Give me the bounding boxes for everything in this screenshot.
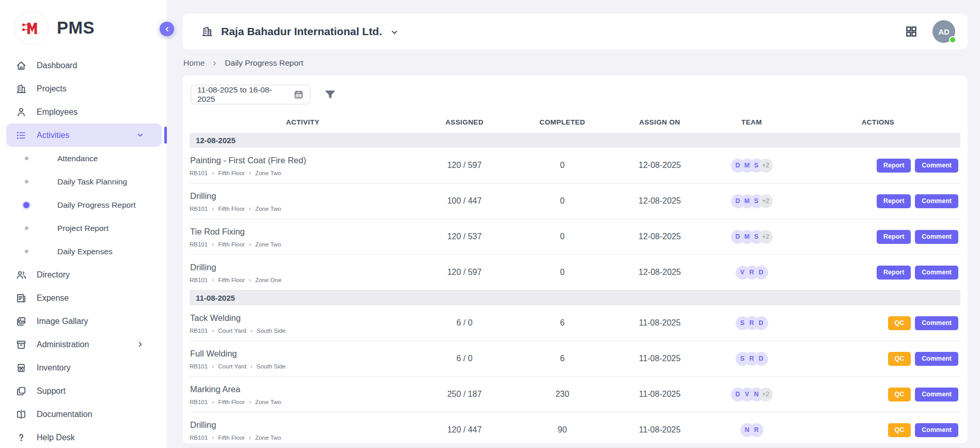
activity-cell: Marking AreaRB101›Fifth Floor›Zone Two bbox=[190, 383, 416, 405]
path-segment: RB101 bbox=[190, 277, 208, 283]
comment-button[interactable]: Comment bbox=[915, 194, 958, 208]
apps-grid-icon[interactable] bbox=[905, 25, 918, 38]
sidebar-item-label: Administration bbox=[37, 340, 89, 349]
assigned-value: 250 / 187 bbox=[416, 390, 513, 399]
activity-cell: Tack WeldingRB101›Court Yard›South Side bbox=[190, 312, 416, 334]
sidebar-subitem-daily-expenses[interactable]: Daily Expenses bbox=[0, 240, 167, 263]
sidebar-subitem-project-report[interactable]: Project Report bbox=[0, 217, 167, 240]
path-segment: Fifth Floor bbox=[218, 170, 245, 176]
assign-on-value: 11-08-2025 bbox=[612, 318, 708, 328]
sidebar-subitem-daily-progress-report[interactable]: Daily Progress Report bbox=[0, 193, 167, 217]
sidebar-item-directory[interactable]: Directory bbox=[0, 263, 167, 286]
calendar-icon bbox=[293, 89, 304, 100]
activity-title: Drilling bbox=[190, 191, 416, 201]
completed-value: 0 bbox=[513, 268, 612, 277]
sidebar-item-inventory[interactable]: Inventory bbox=[0, 356, 167, 379]
sidebar-item-documentation[interactable]: Documentation bbox=[0, 403, 167, 426]
home-icon bbox=[15, 60, 27, 71]
qc-button[interactable]: QC bbox=[888, 388, 911, 401]
chevron-right-icon: › bbox=[212, 399, 214, 405]
image-icon bbox=[15, 316, 27, 327]
activity-title: Drilling bbox=[190, 420, 416, 430]
actions-cell: QCComment bbox=[796, 423, 960, 437]
sidebar-item-projects[interactable]: Projects bbox=[0, 77, 167, 100]
qc-button[interactable]: QC bbox=[888, 316, 911, 330]
assigned-value: 120 / 537 bbox=[416, 232, 513, 241]
bullet-dot-icon bbox=[23, 250, 29, 253]
sidebar-subitem-attendance[interactable]: Attendance bbox=[0, 147, 167, 170]
activity-path: RB101›Fifth Floor›Zone Two bbox=[190, 399, 416, 405]
sidebar-item-expense[interactable]: Expense bbox=[0, 286, 167, 310]
breadcrumb-home[interactable]: Home bbox=[183, 58, 205, 68]
chevron-right-icon bbox=[211, 60, 218, 67]
comment-button[interactable]: Comment bbox=[915, 423, 958, 437]
receipt-icon bbox=[15, 292, 27, 304]
qc-button[interactable]: QC bbox=[888, 352, 911, 366]
sidebar-item-administration[interactable]: Administration bbox=[0, 333, 167, 356]
path-segment: Fifth Floor bbox=[218, 399, 245, 405]
sidebar-subitem-daily-task-planning[interactable]: Daily Task Planning bbox=[0, 170, 167, 193]
sidebar-item-support[interactable]: Support bbox=[0, 379, 167, 403]
user-avatar[interactable]: AD bbox=[932, 20, 955, 43]
sidebar: PMS DashboardProjectsEmployeesActivities… bbox=[0, 0, 167, 448]
topbar-right: AD bbox=[905, 20, 955, 43]
actions-cell: ReportComment bbox=[796, 194, 960, 208]
topbar: Raja Bahadur International Ltd. AD bbox=[182, 13, 968, 50]
path-segment: RB101 bbox=[190, 241, 208, 248]
filter-funnel-icon[interactable] bbox=[324, 88, 336, 101]
chevron-down-icon bbox=[136, 131, 144, 139]
report-button[interactable]: Report bbox=[877, 159, 911, 173]
date-group-row: 11-08-2025 bbox=[190, 290, 960, 305]
column-header-activity: ACTIVITY bbox=[190, 118, 416, 126]
column-header-team: TEAM bbox=[708, 118, 796, 126]
table-body: 12-08-2025Painting - First Coat (Fire Re… bbox=[190, 133, 960, 448]
date-range-input[interactable]: 11-08-2025 to 16-08-2025 bbox=[191, 85, 310, 104]
sidebar-item-dashboard[interactable]: Dashboard bbox=[0, 54, 167, 77]
team-cell: VRD bbox=[708, 266, 796, 280]
qc-button[interactable]: QC bbox=[888, 423, 911, 437]
bullet-dot bbox=[25, 250, 28, 253]
main-area: Raja Bahadur International Ltd. AD bbox=[167, 0, 980, 448]
path-segment: Zone Two bbox=[255, 241, 281, 248]
activity-path: RB101›Court Yard›South Side bbox=[190, 328, 416, 334]
activity-row: Marking AreaRB101›Fifth Floor›Zone Two25… bbox=[190, 377, 960, 412]
chevron-right-icon: › bbox=[212, 241, 214, 248]
path-segment: RB101 bbox=[190, 206, 208, 212]
activity-row: DrillingRB101›Fifth Floor›Zone One120 / … bbox=[190, 255, 960, 290]
sidebar-item-label: Inventory bbox=[37, 363, 71, 373]
path-segment: RB101 bbox=[190, 170, 208, 176]
sidebar-item-employees[interactable]: Employees bbox=[0, 100, 167, 123]
activity-title: Tack Welding bbox=[190, 313, 416, 323]
book-icon bbox=[15, 409, 27, 420]
sidebar-collapse-button[interactable] bbox=[160, 22, 174, 36]
activity-path: RB101›Fifth Floor›Zone Two bbox=[190, 435, 416, 441]
assigned-value: 100 / 447 bbox=[416, 196, 513, 206]
report-button[interactable]: Report bbox=[877, 266, 911, 280]
activity-cell: DrillingRB101›Fifth Floor›Zone Two bbox=[190, 190, 416, 212]
sidebar-subitem-label: Project Report bbox=[57, 224, 108, 233]
table-header: ACTIVITY ASSIGNED COMPLETED ASSIGN ON TE… bbox=[190, 112, 960, 133]
activity-title: Drilling bbox=[190, 262, 416, 272]
report-button[interactable]: Report bbox=[877, 230, 911, 244]
chevron-right-icon: › bbox=[212, 435, 214, 441]
logo-row: PMS bbox=[0, 0, 167, 52]
bullet-dot-icon bbox=[23, 202, 29, 208]
chevron-right-icon: › bbox=[249, 277, 251, 283]
sidebar-item-label: Help Desk bbox=[37, 433, 75, 442]
comment-button[interactable]: Comment bbox=[915, 388, 958, 401]
bullet-dot bbox=[25, 157, 28, 160]
report-button[interactable]: Report bbox=[877, 194, 911, 208]
comment-button[interactable]: Comment bbox=[915, 316, 958, 330]
sidebar-item-image-gallary[interactable]: Image Gallary bbox=[0, 310, 167, 333]
sidebar-item-activities[interactable]: Activities bbox=[6, 123, 162, 147]
actions-cell: QCComment bbox=[796, 388, 960, 401]
company-selector[interactable]: Raja Bahadur International Ltd. bbox=[201, 25, 399, 38]
comment-button[interactable]: Comment bbox=[915, 230, 958, 244]
comment-button[interactable]: Comment bbox=[915, 352, 958, 366]
sidebar-item-help-desk[interactable]: Help Desk bbox=[0, 426, 167, 448]
layers-icon bbox=[15, 385, 27, 397]
sidebar-subitem-label: Daily Task Planning bbox=[57, 177, 127, 187]
comment-button[interactable]: Comment bbox=[915, 266, 958, 280]
comment-button[interactable]: Comment bbox=[915, 159, 958, 173]
bullet-dot-icon bbox=[23, 157, 29, 160]
